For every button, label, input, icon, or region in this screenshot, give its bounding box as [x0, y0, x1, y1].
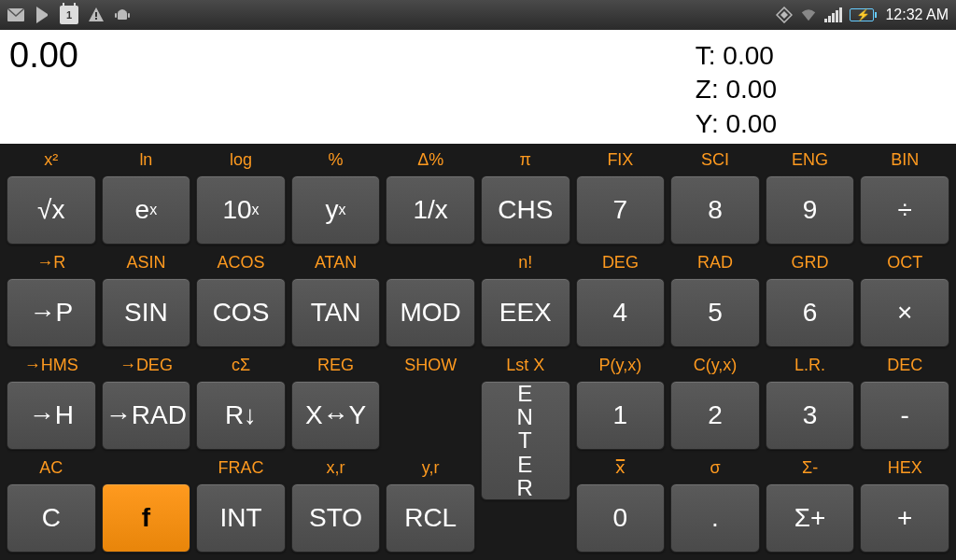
- clear-button[interactable]: C: [7, 483, 96, 553]
- to-h-button[interactable]: →H: [7, 381, 96, 450]
- digit-6-button[interactable]: 6: [766, 278, 855, 347]
- svg-rect-1: [95, 12, 97, 17]
- digit-4-button[interactable]: 4: [576, 278, 666, 347]
- key-cell-divide: BIN÷: [857, 146, 952, 248]
- digit-0-button[interactable]: 0: [576, 483, 666, 553]
- display-stack: T: 0.00 Z: 0.00 Y: 0.00: [696, 39, 777, 141]
- shift-label-mod: [383, 248, 478, 276]
- sto-button[interactable]: STO: [291, 483, 381, 553]
- digit-2-button[interactable]: 2: [670, 381, 760, 450]
- shift-label-eex: n!: [478, 248, 573, 276]
- y-x-button[interactable]: yx: [291, 175, 381, 245]
- row-2: →R→PASINSINACOSCOSATANTANMODn!EEXDEG4RAD…: [4, 248, 952, 351]
- shift-label-sigma-plus: Σ-: [763, 454, 858, 482]
- key-cell-digit-5: RAD5: [668, 248, 763, 351]
- sqrt-button[interactable]: √x: [7, 175, 96, 245]
- key-cell-digit-4: DEG4: [573, 248, 668, 351]
- ten-x-button[interactable]: 10x: [196, 175, 286, 245]
- digit-7-button[interactable]: 7: [576, 175, 666, 245]
- key-cell-clear: ACC: [4, 454, 99, 556]
- shift-label-reciprocal: Δ%: [383, 146, 478, 174]
- key-cell-to-rad: →DEG→RAD: [99, 351, 194, 454]
- svg-rect-5: [128, 13, 130, 18]
- key-cell-cos: ACOSCOS: [193, 248, 288, 351]
- key-cell-digit-9: ENG9: [763, 146, 858, 248]
- decimal-button[interactable]: .: [670, 483, 760, 553]
- key-cell-mod: MOD: [383, 248, 478, 351]
- subtract-button[interactable]: -: [860, 381, 949, 450]
- shift-label-sto: x,r: [288, 454, 384, 482]
- mail-icon: [7, 7, 24, 23]
- svg-rect-2: [95, 18, 97, 20]
- key-cell-chs: πCHS: [478, 146, 573, 248]
- key-cell-to-polar: →R→P: [4, 248, 99, 351]
- eex-button[interactable]: EEX: [481, 278, 570, 347]
- play-store-icon: [34, 7, 50, 23]
- shift-label-digit-1: P(y,x): [573, 351, 668, 379]
- add-button[interactable]: +: [860, 483, 949, 553]
- digit-8-button[interactable]: 8: [670, 175, 760, 245]
- key-cell-shift-f: f: [99, 454, 194, 556]
- key-cell-sin: ASINSIN: [99, 248, 194, 351]
- shift-label-cos: ACOS: [193, 248, 288, 276]
- key-cell-multiply: OCT×: [857, 248, 952, 351]
- stack-t: T: 0.00: [696, 39, 777, 73]
- shift-label-multiply: OCT: [857, 248, 952, 276]
- shift-label-digit-7: FIX: [573, 146, 668, 174]
- shift-label-clear: AC: [4, 454, 99, 482]
- roll-down-button[interactable]: R↓: [196, 381, 286, 450]
- shift-label-exp: ln: [99, 146, 194, 174]
- display: 0.00 T: 0.00 Z: 0.00 Y: 0.00: [0, 30, 956, 144]
- digit-9-button[interactable]: 9: [766, 175, 855, 245]
- digit-1-button[interactable]: 1: [576, 381, 666, 450]
- to-polar-button[interactable]: →P: [7, 278, 96, 347]
- battery-icon: ⚡: [850, 8, 874, 21]
- shift-label-digit-6: GRD: [763, 248, 858, 276]
- shift-label-digit-2: C(y,x): [668, 351, 763, 379]
- shift-label-to-h: →HMS: [4, 351, 99, 379]
- shift-label-chs: π: [478, 146, 573, 174]
- key-cell-to-h: →HMS→H: [4, 351, 99, 454]
- shift-label-int: FRAC: [193, 454, 288, 482]
- key-cell-rcl: y,rRCL: [383, 454, 478, 556]
- mod-button[interactable]: MOD: [386, 278, 475, 347]
- stack-z: Z: 0.00: [696, 73, 777, 106]
- status-left: 1: [7, 6, 131, 24]
- swap-xy-button[interactable]: X↔Y: [291, 381, 381, 450]
- digit-3-button[interactable]: 3: [766, 381, 855, 450]
- chs-button[interactable]: CHS: [481, 175, 570, 245]
- shift-label-y-x: %: [288, 146, 384, 174]
- int-button[interactable]: INT: [196, 483, 286, 553]
- sin-button[interactable]: SIN: [102, 278, 191, 347]
- multiply-button[interactable]: ×: [860, 278, 949, 347]
- key-cell-digit-6: GRD6: [763, 248, 858, 351]
- rcl-button[interactable]: RCL: [386, 483, 475, 553]
- to-rad-button[interactable]: →RAD: [102, 381, 191, 450]
- row-1: x²√xlnexlog10x%yxΔ%1/xπCHSFIX7SCI8ENG9BI…: [4, 146, 952, 248]
- cos-button[interactable]: COS: [196, 278, 286, 347]
- shift-label-tan: ATAN: [288, 248, 384, 276]
- shift-label-rcl: y,r: [383, 454, 478, 482]
- exp-button[interactable]: ex: [102, 175, 191, 245]
- key-cell-blank: SHOW: [383, 351, 478, 454]
- key-cell-digit-2: C(y,x)2: [668, 351, 763, 454]
- status-right: ⚡ 12:32 AM: [776, 7, 949, 23]
- stack-y: Y: 0.00: [696, 107, 777, 141]
- sync-icon: [776, 7, 793, 23]
- shift-f-button[interactable]: f: [102, 483, 191, 553]
- key-cell-tan: ATANTAN: [288, 248, 384, 351]
- digit-5-button[interactable]: 5: [670, 278, 760, 347]
- divide-button[interactable]: ÷: [860, 175, 949, 245]
- shift-label-sqrt: x²: [4, 146, 99, 174]
- reciprocal-button[interactable]: 1/x: [386, 175, 475, 245]
- shift-label-subtract: DEC: [857, 351, 952, 379]
- warning-icon: [88, 7, 105, 23]
- key-cell-int: FRACINT: [193, 454, 288, 556]
- status-time: 12:32 AM: [885, 7, 949, 23]
- key-cell-reciprocal: Δ%1/x: [383, 146, 478, 248]
- sigma-plus-button[interactable]: Σ+: [766, 483, 855, 553]
- tan-button[interactable]: TAN: [291, 278, 381, 347]
- key-cell-sigma-plus: Σ-Σ+: [763, 454, 858, 556]
- enter-button[interactable]: ENTER: [481, 381, 570, 500]
- shift-label-sin: ASIN: [99, 248, 194, 276]
